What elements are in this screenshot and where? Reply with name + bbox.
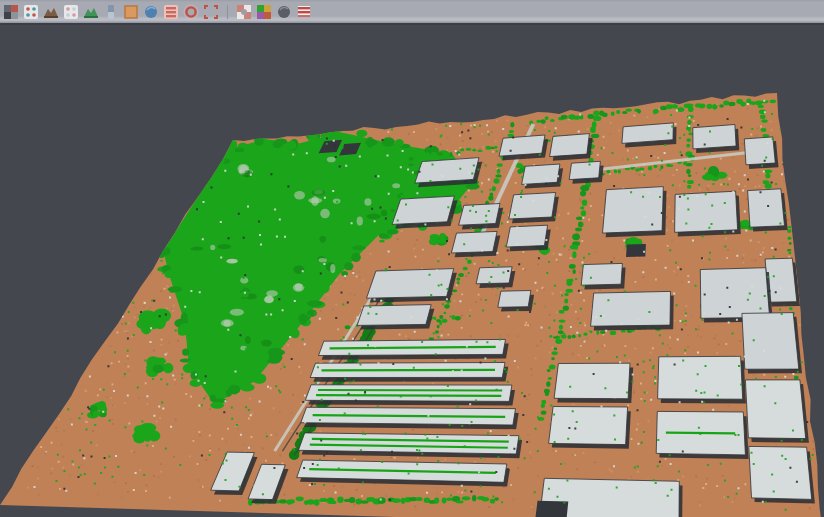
- classification-colors-icon[interactable]: [256, 4, 272, 20]
- terrain-brown-icon[interactable]: [43, 4, 59, 20]
- point-picking-icon[interactable]: [23, 4, 39, 20]
- dark-sphere-icon[interactable]: [276, 4, 292, 20]
- toolbar: [0, 0, 824, 25]
- globe-sync-icon[interactable]: [143, 4, 159, 20]
- terrain-green-icon[interactable]: [83, 4, 99, 20]
- scale-flag-icon[interactable]: [296, 4, 312, 20]
- point-cloud-scene: [0, 0, 824, 517]
- point-pair-align-icon[interactable]: [63, 4, 79, 20]
- viewport-3d[interactable]: [0, 0, 824, 517]
- toolbar-separator: [223, 4, 232, 20]
- texture-checker-icon[interactable]: [236, 4, 252, 20]
- display-options-icon[interactable]: [3, 4, 19, 20]
- column-view-icon[interactable]: [103, 4, 119, 20]
- zoom-fit-icon[interactable]: [203, 4, 219, 20]
- ortho-section-icon[interactable]: [123, 4, 139, 20]
- app-window: [0, 0, 824, 517]
- picking-circle-icon[interactable]: [183, 4, 199, 20]
- layer-list-icon[interactable]: [163, 4, 179, 20]
